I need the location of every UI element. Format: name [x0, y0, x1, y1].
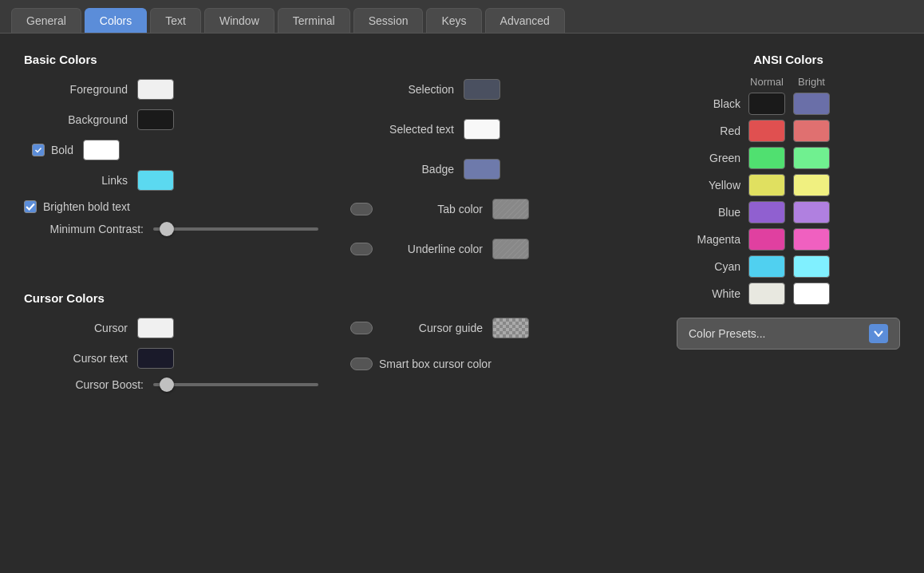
cursor-guide-label: Cursor guide: [379, 322, 483, 334]
ansi-blue-normal[interactable]: [748, 201, 785, 223]
ansi-green-normal[interactable]: [748, 147, 785, 169]
bold-checkbox[interactable]: [32, 144, 45, 156]
selected-text-swatch[interactable]: [464, 119, 500, 140]
tab-terminal[interactable]: Terminal: [278, 8, 350, 33]
cursor-boost-thumb[interactable]: [160, 377, 174, 392]
ansi-yellow-normal[interactable]: [748, 174, 785, 196]
minimum-contrast-row: Minimum Contrast:: [32, 223, 318, 235]
tab-general[interactable]: General: [11, 8, 81, 33]
minimum-contrast-thumb[interactable]: [160, 222, 174, 236]
selected-text-label: Selected text: [350, 123, 454, 136]
ansi-red-normal[interactable]: [748, 120, 785, 142]
cursor-right-col: Cursor guide Smart box cursor color: [350, 318, 645, 401]
minimum-contrast-track[interactable]: [153, 227, 318, 231]
ansi-colors-panel: ANSI Colors Normal Bright Black Red Gree…: [677, 53, 900, 423]
cursor-swatch[interactable]: [137, 318, 174, 338]
ansi-black-label: Black: [677, 97, 740, 110]
ansi-red-label: Red: [677, 124, 740, 137]
cursor-row: Cursor: [24, 318, 318, 338]
content-area: Basic Colors Foreground Background: [0, 34, 924, 442]
ansi-yellow-bright[interactable]: [793, 174, 830, 196]
links-swatch[interactable]: [137, 170, 174, 191]
smart-box-row: Smart box cursor color: [350, 358, 645, 370]
cursor-guide-row: Cursor guide: [350, 318, 645, 338]
tab-bar: General Colors Text Window Terminal Sess…: [0, 0, 924, 34]
cursor-guide-toggle[interactable]: [350, 322, 373, 334]
bold-label: Bold: [51, 144, 73, 156]
color-presets-bar: Color Presets...: [677, 318, 900, 350]
underline-color-toggle[interactable]: [350, 243, 373, 255]
selection-label: Selection: [350, 83, 454, 96]
cursor-text-row: Cursor text: [24, 348, 318, 369]
cursor-boost-row: Cursor Boost:: [32, 378, 318, 391]
ansi-black-normal[interactable]: [748, 93, 785, 115]
tab-window[interactable]: Window: [204, 8, 274, 33]
foreground-label: Foreground: [24, 83, 128, 96]
ansi-black-bright[interactable]: [793, 93, 830, 115]
ansi-normal-header: Normal: [748, 76, 785, 88]
tab-color-swatch: [492, 199, 529, 219]
ansi-white-normal[interactable]: [748, 283, 785, 305]
ansi-cyan-normal[interactable]: [748, 255, 785, 278]
basic-colors-section: Basic Colors Foreground Background: [24, 53, 645, 269]
basic-colors-cols: Foreground Background: [24, 79, 645, 269]
underline-color-row: Underline color: [350, 239, 645, 259]
smart-box-label: Smart box cursor color: [379, 358, 492, 370]
ansi-green-bright[interactable]: [793, 147, 830, 169]
minimum-contrast-label: Minimum Contrast:: [32, 223, 144, 235]
basic-colors-title: Basic Colors: [24, 53, 645, 66]
tab-advanced[interactable]: Advanced: [485, 8, 565, 33]
cursor-colors-title: Cursor Colors: [24, 291, 645, 305]
background-swatch[interactable]: [137, 109, 174, 130]
underline-color-label: Underline color: [379, 243, 483, 255]
ansi-yellow-label: Yellow: [677, 179, 740, 192]
foreground-row: Foreground: [24, 79, 318, 100]
selection-col: Selection Selected text Badge: [350, 79, 645, 269]
selection-row: Selection: [350, 79, 645, 100]
ansi-magenta-normal[interactable]: [748, 228, 785, 251]
ansi-green-label: Green: [677, 152, 740, 164]
color-presets-button[interactable]: Color Presets...: [677, 318, 900, 350]
badge-swatch[interactable]: [464, 159, 500, 180]
cursor-colors-cols: Cursor Cursor text Cursor Boost:: [24, 318, 645, 401]
tab-color-label: Tab color: [379, 203, 483, 215]
tab-color-toggle[interactable]: [350, 203, 373, 215]
ansi-blue-bright[interactable]: [793, 201, 830, 223]
left-panel: Basic Colors Foreground Background: [24, 53, 645, 423]
brighten-bold-row: Brighten bold text: [24, 200, 318, 213]
cursor-boost-label: Cursor Boost:: [32, 378, 144, 391]
cursor-boost-track[interactable]: [153, 383, 318, 386]
selected-text-row: Selected text: [350, 119, 645, 140]
smart-box-toggle[interactable]: [350, 358, 373, 370]
color-presets-label: Color Presets...: [689, 327, 765, 340]
cursor-text-swatch[interactable]: [137, 348, 174, 369]
tab-text[interactable]: Text: [150, 8, 201, 33]
cursor-left-col: Cursor Cursor text Cursor Boost:: [24, 318, 318, 401]
tab-colors[interactable]: Colors: [85, 8, 147, 33]
ansi-cyan-label: Cyan: [677, 260, 740, 273]
ansi-white-bright[interactable]: [793, 283, 830, 305]
badge-row: Badge: [350, 159, 645, 180]
basic-colors-left-col: Foreground Background: [24, 79, 318, 269]
bold-row: Bold: [32, 140, 318, 160]
brighten-bold-checkbox[interactable]: [24, 200, 37, 213]
bold-swatch[interactable]: [83, 140, 120, 160]
cursor-guide-swatch[interactable]: [492, 318, 529, 338]
foreground-swatch[interactable]: [137, 79, 174, 100]
ansi-magenta-label: Magenta: [677, 233, 740, 246]
badge-label: Badge: [350, 163, 454, 176]
background-label: Background: [24, 113, 128, 126]
ansi-colors-grid: Normal Bright Black Red Green Yellow Blu…: [677, 76, 900, 305]
cursor-text-label: Cursor text: [24, 352, 128, 365]
links-label: Links: [24, 174, 128, 187]
selection-swatch[interactable]: [464, 79, 500, 100]
tab-keys[interactable]: Keys: [426, 8, 481, 33]
ansi-red-bright[interactable]: [793, 120, 830, 142]
links-row: Links: [24, 170, 318, 191]
color-presets-dropdown-arrow: [869, 324, 888, 343]
ansi-magenta-bright[interactable]: [793, 228, 830, 251]
ansi-blue-label: Blue: [677, 206, 740, 219]
tab-session[interactable]: Session: [353, 8, 424, 33]
ansi-colors-title: ANSI Colors: [677, 53, 900, 66]
ansi-cyan-bright[interactable]: [793, 255, 830, 278]
